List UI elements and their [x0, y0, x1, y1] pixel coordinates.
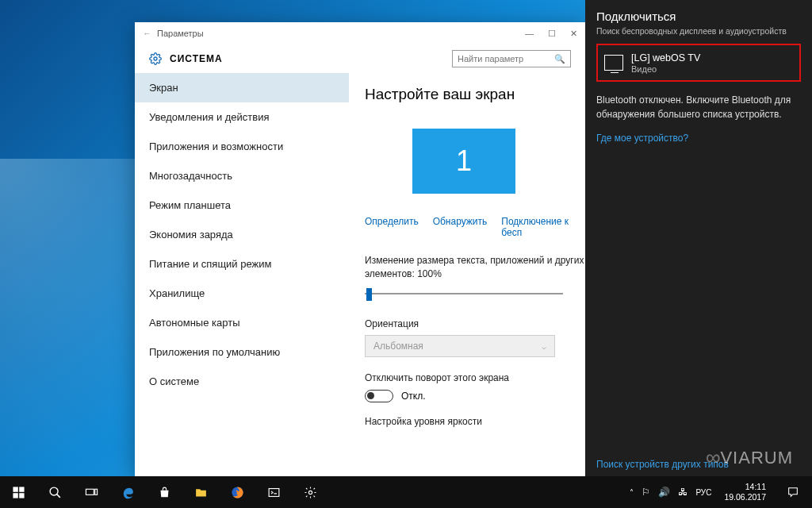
chevron-down-icon: ⌵: [542, 342, 546, 351]
task-view-button[interactable]: [73, 476, 109, 508]
svg-rect-10: [269, 488, 279, 496]
tray-chevron-icon[interactable]: ˄: [630, 488, 634, 497]
device-item[interactable]: [LG] webOS TV Видео: [596, 44, 801, 82]
flyout-title: Подключиться: [596, 10, 801, 23]
settings-sidebar: Экран Уведомления и действия Приложения …: [135, 73, 349, 476]
device-name: [LG] webOS TV: [631, 52, 700, 64]
rotation-lock-label: Отключить поворот этого экрана: [365, 371, 585, 385]
connect-wireless-link[interactable]: Подключение к бесп: [501, 216, 585, 238]
settings-window: ← Параметры — ☐ ✕ СИСТЕМА Найти параметр…: [135, 22, 585, 476]
orientation-value: Альбомная: [373, 341, 423, 352]
firefox-button[interactable]: [219, 476, 255, 508]
minimize-button[interactable]: —: [525, 29, 534, 39]
svg-rect-7: [86, 489, 94, 495]
tray-date: 19.06.2017: [724, 492, 766, 502]
page-title: СИСТЕМА: [170, 53, 223, 64]
tray-volume-icon[interactable]: 🔊: [658, 487, 670, 498]
taskbar: ˄ ⚐ 🔊 🖧 РУС 14:11 19.06.2017: [0, 476, 812, 508]
edge-button[interactable]: [109, 476, 146, 508]
sidebar-item-defaults[interactable]: Приложения по умолчанию: [135, 337, 349, 367]
store-button[interactable]: [146, 476, 182, 508]
connect-flyout: Подключиться Поиск беспроводных дисплеев…: [585, 0, 812, 476]
back-button[interactable]: ←: [143, 29, 157, 38]
search-icon: 🔍: [554, 54, 565, 64]
svg-point-11: [308, 491, 312, 494]
sidebar-item-notifications[interactable]: Уведомления и действия: [135, 102, 349, 132]
scale-label: Изменение размера текста, приложений и д…: [365, 254, 585, 281]
svg-rect-8: [94, 489, 97, 495]
sidebar-item-apps[interactable]: Приложения и возможности: [135, 132, 349, 161]
brightness-label: Настройка уровня яркости: [365, 415, 585, 429]
bluetooth-message: Bluetooth отключен. Включите Bluetooth д…: [596, 93, 801, 121]
titlebar: ← Параметры — ☐ ✕: [135, 22, 585, 44]
tray-clock[interactable]: 14:11 19.06.2017: [719, 482, 771, 502]
terminal-button[interactable]: [255, 476, 292, 508]
tray-language[interactable]: РУС: [695, 488, 711, 497]
monitor-tile[interactable]: 1: [412, 129, 515, 194]
tv-icon: [604, 55, 623, 71]
detect-link[interactable]: Обнаружить: [433, 216, 488, 238]
action-center-button[interactable]: [779, 476, 807, 508]
sidebar-item-maps[interactable]: Автономные карты: [135, 308, 349, 337]
sidebar-item-multitask[interactable]: Многозадачность: [135, 161, 349, 190]
search-input[interactable]: Найти параметр 🔍: [452, 50, 571, 67]
sidebar-item-power[interactable]: Питание и спящий режим: [135, 249, 349, 279]
svg-rect-4: [19, 493, 24, 498]
tray-time: 14:11: [724, 482, 766, 492]
maximize-button[interactable]: ☐: [548, 29, 556, 39]
sidebar-item-about[interactable]: О системе: [135, 367, 349, 396]
where-device-link[interactable]: Где мое устройство?: [596, 133, 801, 144]
svg-point-5: [50, 487, 58, 495]
search-placeholder: Найти параметр: [458, 54, 523, 64]
sidebar-item-tablet[interactable]: Режим планшета: [135, 190, 349, 220]
watermark: ∞VIARUM: [706, 445, 793, 470]
sidebar-item-storage[interactable]: Хранилище: [135, 279, 349, 308]
sidebar-item-display[interactable]: Экран: [135, 73, 349, 102]
svg-rect-3: [13, 493, 17, 498]
rotation-toggle[interactable]: [365, 390, 393, 402]
sidebar-item-battery[interactable]: Экономия заряда: [135, 220, 349, 249]
scale-slider[interactable]: [365, 286, 563, 302]
settings-taskbar-button[interactable]: [292, 476, 328, 508]
system-tray: ˄ ⚐ 🔊 🖧 РУС 14:11 19.06.2017: [630, 476, 812, 508]
svg-rect-2: [19, 487, 24, 491]
search-button[interactable]: [36, 476, 73, 508]
settings-content: Настройте ваш экран 1 Определить Обнаруж…: [349, 73, 585, 476]
explorer-button[interactable]: [182, 476, 219, 508]
gear-icon: [149, 52, 162, 65]
svg-line-6: [56, 494, 59, 497]
slider-thumb[interactable]: [366, 288, 372, 301]
toggle-state: Откл.: [401, 391, 426, 402]
orientation-label: Ориентация: [365, 318, 585, 331]
identify-link[interactable]: Определить: [365, 216, 419, 238]
flyout-subtitle: Поиск беспроводных дисплеев и аудиоустро…: [596, 26, 801, 36]
start-button[interactable]: [0, 476, 36, 508]
tray-flag-icon[interactable]: ⚐: [642, 487, 650, 498]
system-header: СИСТЕМА Найти параметр 🔍: [135, 44, 585, 73]
orientation-dropdown[interactable]: Альбомная ⌵: [365, 335, 555, 357]
window-title: Параметры: [157, 29, 204, 38]
svg-point-0: [154, 57, 157, 60]
svg-rect-1: [13, 487, 17, 491]
close-button[interactable]: ✕: [570, 29, 577, 39]
content-heading: Настройте ваш экран: [365, 86, 585, 103]
monitor-preview[interactable]: 1: [365, 117, 563, 205]
device-type: Видео: [631, 64, 700, 74]
tray-network-icon[interactable]: 🖧: [678, 487, 688, 498]
